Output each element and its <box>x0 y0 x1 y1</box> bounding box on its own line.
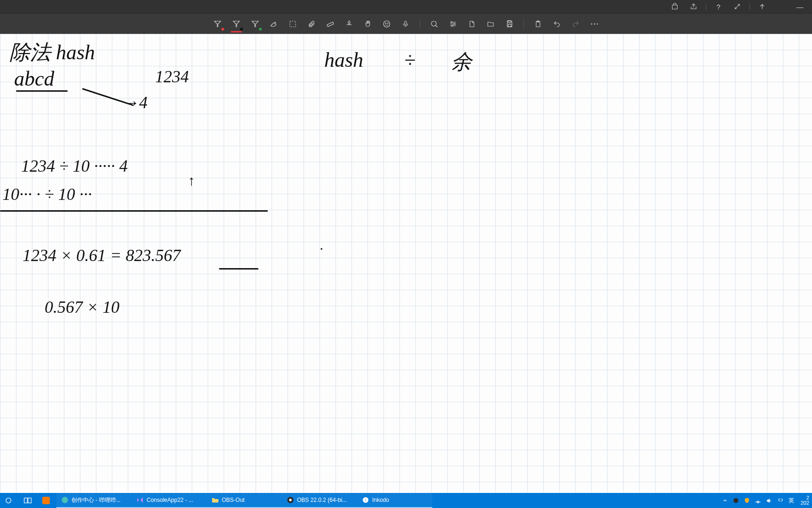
taskbar-app-label: 创作中心 - 哔哩哔... <box>71 496 121 504</box>
start-button[interactable] <box>0 493 19 508</box>
emoji-button[interactable] <box>377 15 396 33</box>
svg-point-15 <box>591 23 593 24</box>
taskbar-app-obs[interactable]: OBS 22.0.2 (64-bi... <box>282 493 357 508</box>
redo-button[interactable] <box>566 15 585 33</box>
tray-shield-icon[interactable] <box>744 497 750 504</box>
open-folder-button[interactable] <box>481 15 500 33</box>
ink-hash-right: hash <box>324 48 363 72</box>
svg-point-27 <box>733 498 738 503</box>
ink-line1: 1234 ÷ 10 ····· 4 <box>21 156 128 176</box>
more-button[interactable] <box>585 15 604 33</box>
svg-point-5 <box>388 23 389 24</box>
taskbar-app-visualstudio[interactable]: ConsoleApp22 - ... <box>132 493 207 508</box>
toolbar-separator <box>420 19 420 29</box>
taskbar-app-label: OBS 22.0.2 (64-bi... <box>297 497 347 503</box>
tray-chevron-up-icon[interactable] <box>722 498 728 503</box>
pen-3-color-dot <box>259 28 262 31</box>
task-view-icon <box>23 497 32 504</box>
svg-rect-20 <box>28 498 31 503</box>
share-icon[interactable] <box>684 0 703 13</box>
main-toolbar <box>0 13 812 34</box>
settings-sliders-button[interactable] <box>444 15 462 33</box>
ime-indicator[interactable]: 英 <box>789 497 794 505</box>
drawing-canvas[interactable]: 除法 hash abcd 1234 →4 hash ÷ 余 1234 ÷ 10 … <box>0 34 812 493</box>
tray-network-icon[interactable] <box>755 498 761 503</box>
ruler-button[interactable] <box>321 15 340 33</box>
paste-button[interactable] <box>529 15 547 33</box>
save-button[interactable] <box>500 15 519 33</box>
svg-text:i: i <box>365 498 366 502</box>
obs-icon <box>287 496 294 504</box>
pen-3-button[interactable] <box>246 15 265 33</box>
pen-1-color-dot <box>221 28 224 31</box>
taskbar-app-label: OBS-Out <box>222 497 245 503</box>
shape-button[interactable] <box>340 15 359 33</box>
task-view-button[interactable] <box>19 493 38 508</box>
zoom-button[interactable] <box>425 15 444 33</box>
toolbar-group-edit <box>529 15 604 33</box>
edge-icon <box>61 496 69 504</box>
taskbar-app-edge[interactable]: 创作中心 - 哔哩哔... <box>56 493 132 508</box>
ink-arrow4: →4 <box>122 93 148 112</box>
ink-remainder-char: 余 <box>451 48 472 76</box>
tray-date: 202 <box>801 500 809 506</box>
pen-2-button[interactable] <box>227 15 246 33</box>
tray-clock[interactable]: 2 202 <box>799 495 809 506</box>
arrow-up-icon[interactable] <box>753 0 772 13</box>
svg-point-3 <box>383 21 390 27</box>
svg-rect-12 <box>508 24 511 27</box>
attachment-button[interactable] <box>302 15 321 33</box>
svg-rect-11 <box>508 21 511 23</box>
tray-link-icon[interactable] <box>777 498 784 503</box>
svg-point-24 <box>289 499 291 501</box>
svg-point-18 <box>6 498 11 503</box>
taskbar-pin-1[interactable] <box>38 493 56 508</box>
taskbar-app-folder[interactable]: OBS-Out <box>207 493 282 508</box>
mic-button[interactable] <box>396 15 415 33</box>
titlebar-separator <box>750 3 750 10</box>
taskbar-left: 创作中心 - 哔哩哔... ConsoleApp22 - ... OBS-Out… <box>0 493 432 508</box>
svg-rect-6 <box>405 21 406 24</box>
folder-icon <box>211 497 219 503</box>
ink-line2: 10··· · ÷ 10 ··· <box>2 184 92 204</box>
ink-divide-symbol: ÷ <box>404 48 415 72</box>
toolbar-group-view <box>425 15 519 33</box>
hand-button[interactable] <box>359 15 377 33</box>
svg-point-16 <box>594 23 595 24</box>
taskbar-app-inkodo[interactable]: i Inkodo <box>357 493 432 508</box>
svg-rect-19 <box>24 498 28 503</box>
ink-stray-dot: · <box>320 241 323 257</box>
svg-rect-21 <box>42 497 50 504</box>
new-page-button[interactable] <box>462 15 481 33</box>
svg-point-7 <box>431 21 437 26</box>
taskbar-spacer <box>432 493 719 508</box>
svg-point-22 <box>62 497 68 503</box>
help-icon[interactable]: ? <box>709 0 728 13</box>
ink-eq2: 0.567 × 10 <box>45 297 119 317</box>
lasso-select-button[interactable] <box>283 15 302 33</box>
pen-2-color-dot <box>240 28 243 31</box>
svg-point-9 <box>454 23 455 24</box>
taskbar-app-label: ConsoleApp22 - ... <box>147 497 193 503</box>
minimize-label: — <box>796 3 804 11</box>
ink-layer: 除法 hash abcd 1234 →4 hash ÷ 余 1234 ÷ 10 … <box>0 34 812 493</box>
expand-icon[interactable] <box>728 0 747 13</box>
svg-rect-0 <box>672 5 678 9</box>
pen-1-button[interactable] <box>208 15 227 33</box>
eraser-button[interactable] <box>265 15 283 33</box>
minimize-button[interactable]: — <box>790 0 809 13</box>
ink-abcd: abcd <box>14 67 55 91</box>
system-tray: 英 2 202 <box>719 493 812 508</box>
ink-line1-arrow: ↑ <box>188 173 195 189</box>
undo-button[interactable] <box>547 15 566 33</box>
help-label: ? <box>717 3 720 11</box>
svg-point-17 <box>597 23 598 24</box>
tray-volume-icon[interactable] <box>766 498 773 504</box>
store-icon[interactable] <box>665 0 684 13</box>
tray-obs-icon[interactable] <box>733 497 739 504</box>
app-icon <box>42 497 50 504</box>
titlebar-separator <box>706 3 706 10</box>
vs-icon <box>136 496 144 504</box>
ink-underline-567 <box>219 268 258 270</box>
svg-point-4 <box>385 23 386 24</box>
